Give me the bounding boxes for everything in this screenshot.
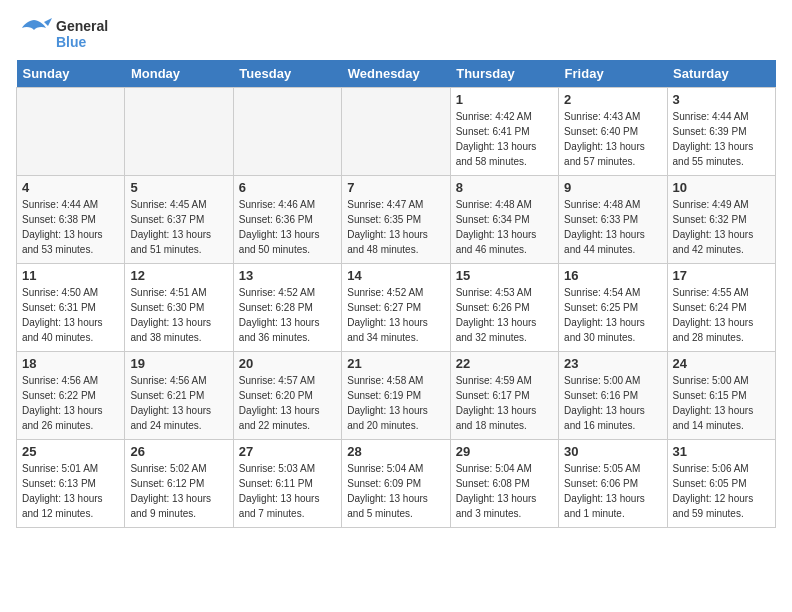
day-details: Sunrise: 5:00 AMSunset: 6:15 PMDaylight:… — [673, 373, 770, 433]
calendar-cell: 17Sunrise: 4:55 AMSunset: 6:24 PMDayligh… — [667, 264, 775, 352]
day-number: 1 — [456, 92, 553, 107]
day-number: 5 — [130, 180, 227, 195]
day-details: Sunrise: 5:05 AMSunset: 6:06 PMDaylight:… — [564, 461, 661, 521]
day-details: Sunrise: 4:52 AMSunset: 6:28 PMDaylight:… — [239, 285, 336, 345]
day-details: Sunrise: 4:48 AMSunset: 6:34 PMDaylight:… — [456, 197, 553, 257]
calendar-cell: 9Sunrise: 4:48 AMSunset: 6:33 PMDaylight… — [559, 176, 667, 264]
calendar-cell: 24Sunrise: 5:00 AMSunset: 6:15 PMDayligh… — [667, 352, 775, 440]
day-number: 14 — [347, 268, 444, 283]
logo-blue: Blue — [56, 34, 108, 50]
header-thursday: Thursday — [450, 60, 558, 88]
day-details: Sunrise: 4:58 AMSunset: 6:19 PMDaylight:… — [347, 373, 444, 433]
day-details: Sunrise: 4:44 AMSunset: 6:38 PMDaylight:… — [22, 197, 119, 257]
day-details: Sunrise: 5:04 AMSunset: 6:08 PMDaylight:… — [456, 461, 553, 521]
day-number: 9 — [564, 180, 661, 195]
day-number: 19 — [130, 356, 227, 371]
day-number: 8 — [456, 180, 553, 195]
calendar-cell — [233, 88, 341, 176]
day-details: Sunrise: 4:55 AMSunset: 6:24 PMDaylight:… — [673, 285, 770, 345]
calendar-cell: 2Sunrise: 4:43 AMSunset: 6:40 PMDaylight… — [559, 88, 667, 176]
header-friday: Friday — [559, 60, 667, 88]
day-number: 29 — [456, 444, 553, 459]
day-details: Sunrise: 4:53 AMSunset: 6:26 PMDaylight:… — [456, 285, 553, 345]
calendar-cell — [342, 88, 450, 176]
calendar-table: SundayMondayTuesdayWednesdayThursdayFrid… — [16, 60, 776, 528]
day-number: 2 — [564, 92, 661, 107]
day-details: Sunrise: 4:44 AMSunset: 6:39 PMDaylight:… — [673, 109, 770, 169]
header-wednesday: Wednesday — [342, 60, 450, 88]
day-details: Sunrise: 4:42 AMSunset: 6:41 PMDaylight:… — [456, 109, 553, 169]
day-number: 4 — [22, 180, 119, 195]
day-number: 16 — [564, 268, 661, 283]
day-details: Sunrise: 4:47 AMSunset: 6:35 PMDaylight:… — [347, 197, 444, 257]
calendar-cell: 22Sunrise: 4:59 AMSunset: 6:17 PMDayligh… — [450, 352, 558, 440]
calendar-cell: 12Sunrise: 4:51 AMSunset: 6:30 PMDayligh… — [125, 264, 233, 352]
day-number: 28 — [347, 444, 444, 459]
calendar-cell — [125, 88, 233, 176]
day-number: 15 — [456, 268, 553, 283]
calendar-cell: 19Sunrise: 4:56 AMSunset: 6:21 PMDayligh… — [125, 352, 233, 440]
day-number: 12 — [130, 268, 227, 283]
day-number: 20 — [239, 356, 336, 371]
day-details: Sunrise: 4:56 AMSunset: 6:22 PMDaylight:… — [22, 373, 119, 433]
calendar-cell: 25Sunrise: 5:01 AMSunset: 6:13 PMDayligh… — [17, 440, 125, 528]
calendar-cell: 4Sunrise: 4:44 AMSunset: 6:38 PMDaylight… — [17, 176, 125, 264]
calendar-week-row: 1Sunrise: 4:42 AMSunset: 6:41 PMDaylight… — [17, 88, 776, 176]
header-sunday: Sunday — [17, 60, 125, 88]
header-monday: Monday — [125, 60, 233, 88]
calendar-week-row: 18Sunrise: 4:56 AMSunset: 6:22 PMDayligh… — [17, 352, 776, 440]
logo-bird-icon — [16, 16, 52, 52]
day-number: 24 — [673, 356, 770, 371]
day-details: Sunrise: 5:02 AMSunset: 6:12 PMDaylight:… — [130, 461, 227, 521]
calendar-cell: 26Sunrise: 5:02 AMSunset: 6:12 PMDayligh… — [125, 440, 233, 528]
header-saturday: Saturday — [667, 60, 775, 88]
day-number: 18 — [22, 356, 119, 371]
calendar-cell: 30Sunrise: 5:05 AMSunset: 6:06 PMDayligh… — [559, 440, 667, 528]
calendar-cell: 7Sunrise: 4:47 AMSunset: 6:35 PMDaylight… — [342, 176, 450, 264]
day-details: Sunrise: 5:03 AMSunset: 6:11 PMDaylight:… — [239, 461, 336, 521]
calendar-cell — [17, 88, 125, 176]
calendar-week-row: 4Sunrise: 4:44 AMSunset: 6:38 PMDaylight… — [17, 176, 776, 264]
calendar-week-row: 11Sunrise: 4:50 AMSunset: 6:31 PMDayligh… — [17, 264, 776, 352]
day-number: 17 — [673, 268, 770, 283]
day-details: Sunrise: 5:00 AMSunset: 6:16 PMDaylight:… — [564, 373, 661, 433]
day-number: 31 — [673, 444, 770, 459]
day-number: 25 — [22, 444, 119, 459]
day-number: 26 — [130, 444, 227, 459]
calendar-cell: 23Sunrise: 5:00 AMSunset: 6:16 PMDayligh… — [559, 352, 667, 440]
calendar-cell: 1Sunrise: 4:42 AMSunset: 6:41 PMDaylight… — [450, 88, 558, 176]
day-number: 23 — [564, 356, 661, 371]
calendar-cell: 6Sunrise: 4:46 AMSunset: 6:36 PMDaylight… — [233, 176, 341, 264]
day-details: Sunrise: 5:01 AMSunset: 6:13 PMDaylight:… — [22, 461, 119, 521]
calendar-header-row: SundayMondayTuesdayWednesdayThursdayFrid… — [17, 60, 776, 88]
calendar-week-row: 25Sunrise: 5:01 AMSunset: 6:13 PMDayligh… — [17, 440, 776, 528]
header-tuesday: Tuesday — [233, 60, 341, 88]
day-number: 11 — [22, 268, 119, 283]
day-details: Sunrise: 5:04 AMSunset: 6:09 PMDaylight:… — [347, 461, 444, 521]
calendar-cell: 15Sunrise: 4:53 AMSunset: 6:26 PMDayligh… — [450, 264, 558, 352]
day-number: 3 — [673, 92, 770, 107]
calendar-cell: 21Sunrise: 4:58 AMSunset: 6:19 PMDayligh… — [342, 352, 450, 440]
day-details: Sunrise: 5:06 AMSunset: 6:05 PMDaylight:… — [673, 461, 770, 521]
calendar-cell: 29Sunrise: 5:04 AMSunset: 6:08 PMDayligh… — [450, 440, 558, 528]
calendar-cell: 10Sunrise: 4:49 AMSunset: 6:32 PMDayligh… — [667, 176, 775, 264]
day-details: Sunrise: 4:54 AMSunset: 6:25 PMDaylight:… — [564, 285, 661, 345]
day-details: Sunrise: 4:56 AMSunset: 6:21 PMDaylight:… — [130, 373, 227, 433]
day-number: 30 — [564, 444, 661, 459]
day-details: Sunrise: 4:46 AMSunset: 6:36 PMDaylight:… — [239, 197, 336, 257]
day-number: 6 — [239, 180, 336, 195]
day-details: Sunrise: 4:43 AMSunset: 6:40 PMDaylight:… — [564, 109, 661, 169]
day-number: 21 — [347, 356, 444, 371]
day-number: 7 — [347, 180, 444, 195]
calendar-cell: 8Sunrise: 4:48 AMSunset: 6:34 PMDaylight… — [450, 176, 558, 264]
day-number: 10 — [673, 180, 770, 195]
calendar-cell: 20Sunrise: 4:57 AMSunset: 6:20 PMDayligh… — [233, 352, 341, 440]
calendar-cell: 28Sunrise: 5:04 AMSunset: 6:09 PMDayligh… — [342, 440, 450, 528]
calendar-cell: 31Sunrise: 5:06 AMSunset: 6:05 PMDayligh… — [667, 440, 775, 528]
day-number: 13 — [239, 268, 336, 283]
calendar-cell: 5Sunrise: 4:45 AMSunset: 6:37 PMDaylight… — [125, 176, 233, 264]
calendar-cell: 13Sunrise: 4:52 AMSunset: 6:28 PMDayligh… — [233, 264, 341, 352]
day-details: Sunrise: 4:49 AMSunset: 6:32 PMDaylight:… — [673, 197, 770, 257]
calendar-cell: 18Sunrise: 4:56 AMSunset: 6:22 PMDayligh… — [17, 352, 125, 440]
day-number: 22 — [456, 356, 553, 371]
